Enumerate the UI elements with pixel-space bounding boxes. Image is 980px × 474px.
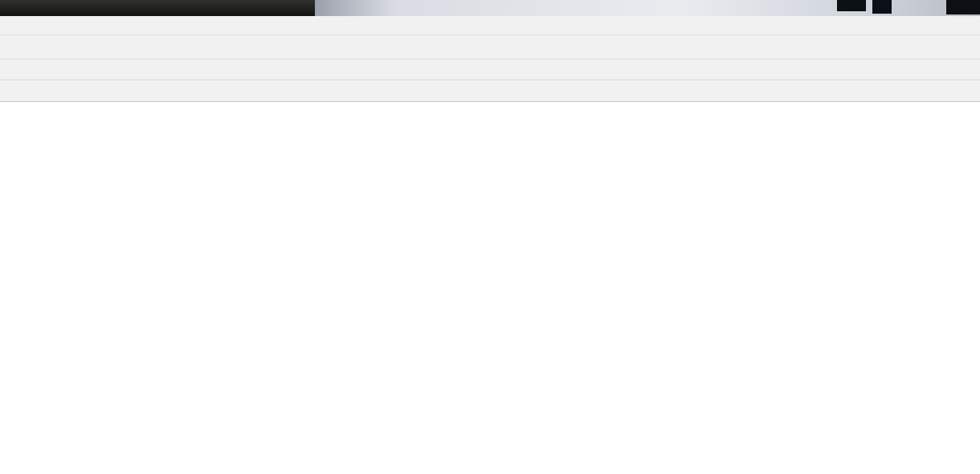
background-photo [315, 0, 980, 16]
chart-panel [0, 102, 980, 474]
toolbar-main [0, 35, 980, 59]
chart-canvas[interactable] [0, 102, 980, 474]
menu-bar [0, 16, 980, 35]
app-window [0, 0, 980, 474]
photo-dark-shape [837, 0, 866, 11]
photo-dark-shape [872, 0, 892, 14]
photo-dark-shape [946, 0, 980, 14]
title-bar [0, 0, 980, 16]
window-title [0, 0, 315, 16]
toolbar-draw [0, 80, 980, 102]
toolbar-tools [0, 59, 980, 80]
